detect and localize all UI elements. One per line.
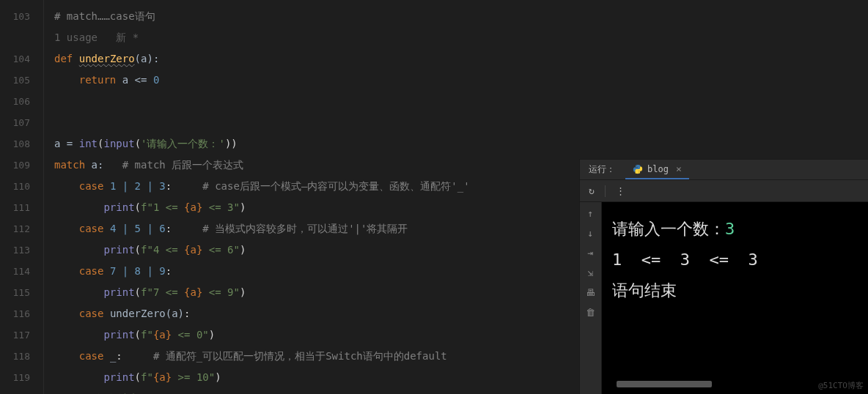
function-name: underZero bbox=[79, 53, 135, 64]
close-icon[interactable]: × bbox=[676, 163, 682, 174]
builtin-input: input bbox=[103, 138, 134, 149]
line-number: 104 bbox=[0, 48, 30, 70]
quote: " bbox=[234, 201, 240, 213]
fstr-text: 1 <= bbox=[153, 201, 184, 213]
fstr-text: <= 3 bbox=[202, 201, 233, 213]
trash-icon[interactable]: 🗑 bbox=[586, 307, 595, 318]
line-number: 117 bbox=[0, 324, 30, 346]
scroll-down-icon[interactable]: ↓ bbox=[588, 228, 594, 239]
watermark: @51CTO博客 bbox=[818, 380, 864, 391]
prompt-text: 请输入一个数： bbox=[612, 220, 725, 238]
keyword-case: case bbox=[79, 180, 104, 192]
line-number bbox=[0, 27, 30, 48]
line-number: 110 bbox=[0, 176, 30, 197]
run-title: 运行： bbox=[589, 163, 615, 176]
string: '请输入一个数：' bbox=[141, 138, 225, 149]
fstr-text: <= 9 bbox=[202, 286, 233, 298]
keyword-case: case bbox=[79, 308, 104, 319]
op: = bbox=[60, 138, 78, 149]
builtin-print: print bbox=[103, 201, 134, 213]
line-number: 115 bbox=[0, 282, 30, 303]
fstr: f" bbox=[141, 371, 153, 383]
fstr-text: <= 6 bbox=[202, 244, 233, 256]
fstring: f" bbox=[141, 201, 153, 213]
keyword-case: case bbox=[79, 265, 104, 277]
keyword-return: return bbox=[79, 74, 117, 86]
softwrap-icon[interactable]: ⇥ bbox=[588, 248, 594, 259]
wildcard: _ bbox=[110, 350, 116, 362]
comment: # match 后跟一个表达式 bbox=[103, 159, 243, 171]
run-toolbar: ↻ ⋮ bbox=[580, 180, 868, 202]
fstr-expr: {a} bbox=[184, 201, 202, 213]
quote: " bbox=[234, 286, 240, 298]
line-gutter: 103 104 105 106 107 108 109 110 111 112 … bbox=[0, 0, 44, 394]
scroll-up-icon[interactable]: ↑ bbox=[588, 208, 594, 219]
comment: # case后跟一个模式—内容可以为变量、函数、通配符'_' bbox=[172, 180, 469, 192]
usage-hint[interactable]: 1 usage bbox=[54, 31, 98, 43]
line-number: 103 bbox=[0, 6, 30, 27]
line-number: 116 bbox=[0, 303, 30, 324]
fstr-text: <= 0 bbox=[172, 329, 202, 341]
scroll-end-icon[interactable]: ⇲ bbox=[588, 267, 594, 278]
rerun-icon[interactable]: ↻ bbox=[589, 185, 595, 196]
builtin-print: print bbox=[103, 371, 134, 383]
author-hint[interactable]: 新 * bbox=[116, 31, 139, 43]
line-number: 112 bbox=[0, 218, 30, 239]
builtin-print: print bbox=[103, 244, 134, 256]
console-output[interactable]: 请输入一个数：3 1 <= 3 <= 3 语句结束 bbox=[602, 202, 868, 394]
fstr: f" bbox=[141, 286, 153, 298]
builtin-int: int bbox=[79, 138, 98, 149]
line-number: 107 bbox=[0, 112, 30, 133]
run-panel: 运行： blog × ↻ ⋮ ↑ ↓ ⇥ ⇲ 🖶 🗑 请输入一个数：3 1 <=… bbox=[579, 159, 868, 394]
python-icon bbox=[633, 164, 643, 174]
number: 0 bbox=[153, 74, 159, 86]
pattern: 7 | 8 | 9 bbox=[110, 265, 166, 277]
console-line: 1 <= 3 <= 3 bbox=[612, 245, 858, 275]
run-tab[interactable]: blog × bbox=[625, 160, 689, 179]
console-line: 语句结束 bbox=[612, 275, 858, 306]
print-icon[interactable]: 🖶 bbox=[586, 287, 595, 298]
line-number: 119 bbox=[0, 367, 30, 388]
line-number: 106 bbox=[0, 91, 30, 112]
comment: # 通配符_可以匹配一切情况，相当于Switch语句中的default bbox=[122, 350, 447, 362]
line-number: 108 bbox=[0, 133, 30, 155]
fstr-text: 4 <= bbox=[153, 244, 184, 256]
operator: <= bbox=[128, 74, 153, 86]
line-number: 114 bbox=[0, 261, 30, 282]
line-number: 105 bbox=[0, 70, 30, 91]
more-icon[interactable]: ⋮ bbox=[616, 185, 625, 196]
scrollbar-thumb[interactable] bbox=[617, 381, 712, 387]
match-expr: a: bbox=[92, 159, 104, 171]
quote: " bbox=[202, 329, 208, 341]
separator bbox=[605, 185, 606, 197]
fstr-expr: {a} bbox=[184, 244, 202, 256]
line-number: 111 bbox=[0, 197, 30, 218]
run-body: ↑ ↓ ⇥ ⇲ 🖶 🗑 请输入一个数：3 1 <= 3 <= 3 语句结束 bbox=[580, 202, 868, 394]
run-sidebar: ↑ ↓ ⇥ ⇲ 🖶 🗑 bbox=[580, 202, 602, 394]
fstr-text: >= 10 bbox=[172, 371, 209, 383]
fstr: f" bbox=[141, 244, 153, 256]
params: (a): bbox=[135, 53, 160, 64]
tab-label: blog bbox=[647, 164, 669, 174]
comment: # match……case语句 bbox=[54, 10, 155, 22]
quote: " bbox=[234, 244, 240, 256]
keyword-case: case bbox=[79, 350, 104, 362]
fstr-expr: {a} bbox=[153, 371, 172, 383]
line-number: 118 bbox=[0, 346, 30, 367]
builtin-print: print bbox=[103, 286, 134, 298]
pattern: 4 | 5 | 6 bbox=[110, 223, 166, 234]
var: a bbox=[122, 74, 128, 86]
comment: # 当模式内容较多时，可以通过'|'将其隔开 bbox=[172, 223, 408, 234]
user-input: 3 bbox=[725, 220, 735, 238]
line-number: 113 bbox=[0, 239, 30, 261]
fstr-text: 7 <= bbox=[153, 286, 184, 298]
keyword-match: match bbox=[54, 159, 85, 171]
builtin-print: print bbox=[103, 329, 134, 341]
run-header: 运行： blog × bbox=[580, 160, 868, 180]
fstr: f" bbox=[141, 329, 153, 341]
pattern-fn: underZero(a) bbox=[110, 308, 184, 319]
keyword-case: case bbox=[79, 223, 104, 234]
line-number: 120 bbox=[0, 388, 30, 394]
pattern: 1 | 2 | 3 bbox=[110, 180, 166, 192]
console-line: 请输入一个数：3 bbox=[612, 214, 858, 245]
